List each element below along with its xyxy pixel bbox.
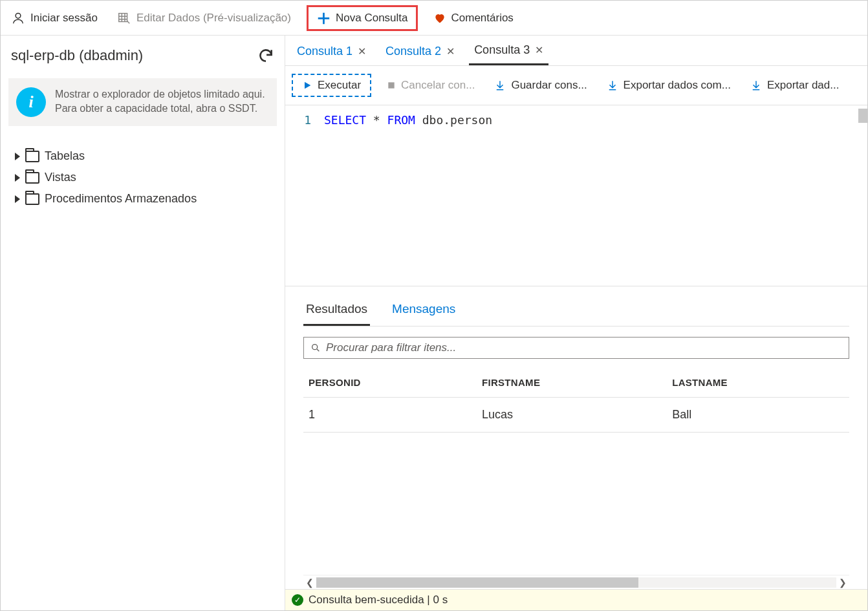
horizontal-scrollbar[interactable]: ❮ ❯: [303, 575, 849, 589]
search-icon: [310, 343, 321, 353]
close-icon[interactable]: ✕: [358, 45, 366, 58]
close-icon[interactable]: ✕: [446, 45, 455, 58]
new-query-label: Nova Consulta: [336, 12, 408, 25]
query-action-bar: Executar Cancelar con... Guardar cons...…: [285, 66, 867, 105]
tree-label: Tabelas: [45, 149, 85, 163]
svg-rect-2: [388, 82, 394, 88]
signin-label: Iniciar sessão: [30, 12, 98, 25]
tree-label: Vistas: [45, 171, 76, 184]
scroll-right-icon[interactable]: ❯: [836, 577, 849, 588]
top-toolbar: Iniciar sessão Editar Dados (Pré-visuali…: [1, 1, 867, 36]
run-label: Executar: [318, 79, 361, 92]
code-line: SELECT * FROM dbo.person: [324, 113, 492, 127]
scrollbar-track[interactable]: [316, 577, 836, 588]
tree-item-stored-procedures[interactable]: Procedimentos Armazenados: [12, 188, 277, 209]
caret-icon: [15, 174, 20, 182]
status-bar: ✓ Consulta bem-sucedida | 0 s: [285, 589, 867, 610]
download-icon: [750, 80, 762, 91]
line-number: 1: [285, 113, 324, 127]
folder-icon: [25, 193, 39, 205]
scrollbar-thumb[interactable]: [316, 577, 638, 588]
export-data-as-label: Exportar dados com...: [624, 79, 731, 92]
tree-item-tables[interactable]: Tabelas: [12, 145, 277, 167]
download-icon: [494, 80, 506, 91]
heart-icon: [433, 12, 446, 25]
cell-lastname: Ball: [667, 398, 849, 433]
save-query-label: Guardar cons...: [511, 79, 587, 92]
query-tabs: Consulta 1 ✕ Consulta 2 ✕ Consulta 3 ✕: [285, 36, 867, 66]
info-text: Mostrar o explorador de objetos limitado…: [55, 87, 269, 117]
caret-icon: [15, 153, 20, 160]
cell-firstname: Lucas: [477, 398, 667, 433]
tab-query-2[interactable]: Consulta 2 ✕: [380, 39, 460, 65]
folder-icon: [25, 172, 39, 184]
cancel-button: Cancelar con...: [383, 76, 479, 94]
table-row[interactable]: 1 Lucas Ball: [303, 398, 849, 433]
close-icon[interactable]: ✕: [535, 44, 543, 56]
info-banner: i Mostrar o explorador de objetos limita…: [8, 78, 277, 126]
editor-scrollbar-thumb[interactable]: [858, 109, 867, 123]
export-data-label: Exportar dad...: [767, 79, 840, 92]
tab-label: Consulta 3: [474, 43, 530, 57]
run-button[interactable]: Executar: [292, 74, 371, 97]
database-title: sql-erp-db (dbadmin): [11, 47, 143, 64]
new-query-button[interactable]: Nova Consulta: [307, 5, 418, 31]
caret-icon: [15, 195, 20, 203]
tree-label: Procedimentos Armazenados: [45, 192, 197, 206]
plus-icon: [316, 11, 331, 25]
results-panel: Resultados Mensagens Procurar para filtr…: [285, 286, 867, 589]
person-icon: [11, 11, 25, 25]
tree-item-views[interactable]: Vistas: [12, 167, 277, 188]
tab-label: Consulta 1: [297, 45, 353, 58]
success-icon: ✓: [292, 594, 303, 606]
object-explorer-sidebar: sql-erp-db (dbadmin) i Mostrar o explora…: [1, 36, 285, 610]
play-icon: [302, 80, 312, 91]
folder-icon: [25, 151, 39, 162]
table-edit-icon: [117, 11, 131, 25]
edit-data-label: Editar Dados (Pré-visualização): [136, 12, 291, 25]
svg-point-0: [16, 13, 21, 18]
feedback-button[interactable]: Comentários: [429, 9, 517, 27]
scroll-left-icon[interactable]: ❮: [303, 577, 316, 588]
export-data-button[interactable]: Exportar dad...: [746, 76, 843, 94]
svg-rect-1: [119, 13, 127, 21]
svg-point-3: [312, 345, 318, 350]
cancel-label: Cancelar con...: [401, 79, 475, 92]
status-text: Consulta bem-sucedida | 0 s: [309, 594, 448, 606]
feedback-label: Comentários: [451, 12, 514, 25]
tab-messages[interactable]: Mensagens: [389, 298, 458, 326]
tab-query-3[interactable]: Consulta 3 ✕: [469, 39, 548, 65]
filter-input[interactable]: Procurar para filtrar itens...: [303, 337, 849, 359]
column-header[interactable]: PERSONID: [303, 368, 477, 398]
tab-label: Consulta 2: [385, 45, 441, 58]
save-query-button[interactable]: Guardar cons...: [490, 76, 591, 94]
refresh-icon[interactable]: [257, 47, 274, 64]
download-icon: [607, 80, 618, 91]
table-header-row: PERSONID FIRSTNAME LASTNAME: [303, 368, 849, 398]
tab-query-1[interactable]: Consulta 1 ✕: [292, 39, 371, 65]
cell-personid: 1: [303, 398, 477, 433]
results-table: PERSONID FIRSTNAME LASTNAME 1 Lucas Ball: [303, 368, 849, 433]
column-header[interactable]: LASTNAME: [667, 368, 849, 398]
tab-results[interactable]: Resultados: [303, 298, 370, 326]
export-data-as-button[interactable]: Exportar dados com...: [603, 76, 735, 94]
info-icon: i: [16, 87, 46, 117]
filter-placeholder: Procurar para filtrar itens...: [326, 341, 456, 354]
signin-button[interactable]: Iniciar sessão: [7, 8, 102, 28]
stop-icon: [387, 81, 396, 90]
object-tree: Tabelas Vistas Procedimentos Armazenados: [8, 145, 277, 209]
edit-data-button[interactable]: Editar Dados (Pré-visualização): [113, 8, 295, 28]
sql-editor[interactable]: 1 SELECT * FROM dbo.person: [285, 105, 867, 286]
column-header[interactable]: FIRSTNAME: [477, 368, 667, 398]
